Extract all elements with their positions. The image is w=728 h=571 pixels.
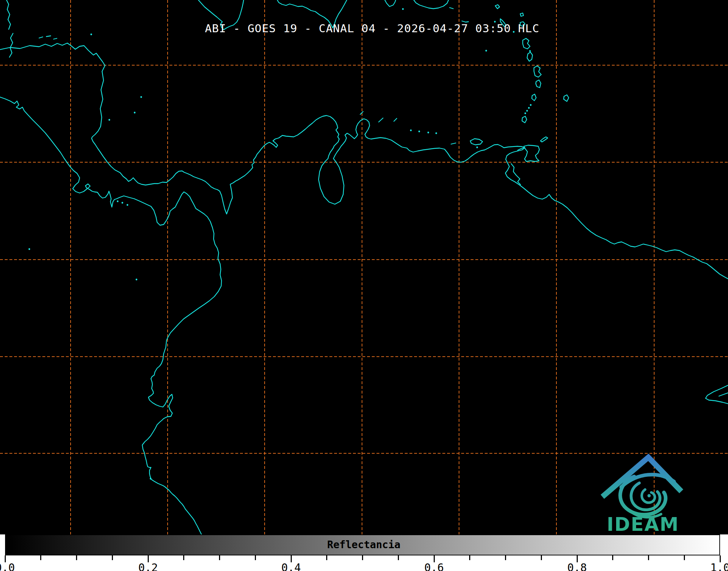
island-dot (525, 113, 526, 114)
island-dot (140, 96, 142, 98)
island-dot (528, 107, 530, 109)
island-dot (29, 248, 30, 250)
coastline-path (495, 5, 500, 9)
colorbar-label: Reflectancia (327, 539, 400, 551)
colorbar-minor-tick (612, 555, 613, 560)
island-dot (428, 132, 429, 134)
coastline-path (0, 97, 222, 534)
colorbar-minor-tick (398, 555, 399, 560)
colorbar-tick-label: 0.4 (281, 561, 301, 571)
island-dot (127, 204, 129, 206)
island-dot (410, 130, 412, 131)
colorbar-minor-tick (362, 555, 363, 560)
island-dot (402, 8, 404, 10)
coastline-path (9, 33, 13, 57)
coastline-path (524, 145, 539, 161)
coastline-path (379, 118, 383, 122)
colorbar-minor-tick (469, 555, 470, 560)
island-dot (91, 34, 92, 35)
image-title: ABI - GOES 19 - CANAL 04 - 2026-04-27 03… (205, 22, 539, 35)
colorbar-minor-tick (326, 555, 327, 560)
island-dot (117, 201, 119, 202)
coastline-path (564, 95, 569, 101)
colorbar-minor-tick (505, 555, 506, 560)
island-dot (476, 147, 478, 148)
island-dot (122, 202, 123, 204)
coastline-path (522, 116, 527, 123)
island-dot (109, 119, 110, 121)
small-islands (29, 8, 532, 480)
coastline-path (540, 137, 548, 142)
island-dot (136, 279, 138, 281)
coastline-path (7, 0, 10, 29)
logo-spiral-center-icon (648, 494, 651, 497)
coastline-path (0, 43, 728, 279)
satellite-image-viewer: IDEAM ABI - GOES 19 - CANAL 04 - 2026-04… (0, 0, 728, 571)
island-dot (150, 478, 152, 480)
logo-text: IDEAM (607, 513, 679, 534)
coastline-path (523, 38, 530, 49)
colorbar-tick-label: 0.2 (138, 561, 158, 571)
coastline-path (511, 164, 521, 185)
satellite-map-canvas: IDEAM (0, 0, 728, 534)
coastline-path (536, 80, 541, 88)
coastline-path (39, 36, 57, 39)
colorbar-minor-tick (112, 555, 113, 560)
coastline-path (534, 66, 541, 77)
island-dot (418, 131, 420, 133)
colorbar-minor-tick (648, 555, 649, 560)
coastline-path (527, 52, 533, 61)
coastline-path (451, 143, 456, 144)
colorbar-tick-label: 1.0 (710, 561, 728, 571)
coastline-path (532, 94, 536, 101)
island-dot (134, 112, 136, 114)
colorbar-tick-label: 0.8 (567, 561, 587, 571)
colorbar-minor-tick (40, 555, 41, 560)
coastline-path (520, 13, 523, 16)
coastline-path (450, 8, 453, 9)
colorbar-minor-tick (541, 555, 542, 560)
island-dot (530, 104, 532, 106)
graticule-grid (0, 0, 728, 534)
colorbar-minor-tick (684, 555, 685, 560)
coastline-path (719, 393, 728, 396)
island-dot (435, 133, 437, 134)
coastline-path (414, 0, 449, 9)
coastlines (0, 0, 728, 534)
satellite-map-area: IDEAM ABI - GOES 19 - CANAL 04 - 2026-04… (0, 0, 728, 534)
colorbar-tick-label: 0.6 (424, 561, 444, 571)
colorbar-minor-tick (219, 555, 220, 560)
ideam-logo: IDEAM (602, 457, 681, 534)
coastline-path (470, 139, 483, 145)
colorbar-minor-tick (76, 555, 77, 560)
coastline-path (385, 0, 396, 7)
island-dot (526, 110, 528, 112)
coastline-path (394, 118, 397, 121)
colorbar-minor-tick (183, 555, 184, 560)
colorbar: 0.00.20.40.60.81.0 Reflectancia (0, 534, 728, 571)
colorbar-tick-label: 0.0 (0, 561, 15, 571)
colorbar-minor-tick (255, 555, 256, 560)
island-dot (485, 50, 487, 52)
island-dot (529, 50, 531, 52)
